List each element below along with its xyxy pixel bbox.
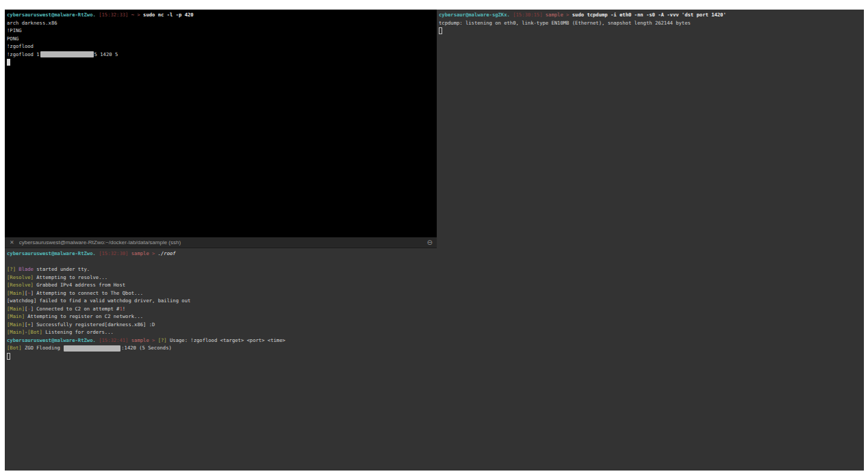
terminal-line: cybersauruswest@malware-RtZwo. [15:32:33… [7,11,435,19]
text-segment: [Main] [7,321,25,328]
terminal-line [439,27,862,35]
pane-title: cybersauruswest@malware-RtZwo:~/docker-l… [19,239,427,246]
terminal-cursor [7,59,10,66]
text-segment: 5 1420 5 [94,51,118,57]
text-segment: [?] [7,266,16,272]
terminal-cursor [7,353,10,360]
text-segment: [Main] [7,313,25,319]
terminal-pane-tcpdump[interactable]: cybersaur@malware-sgZKx. [15:30:15] samp… [437,10,864,471]
terminal-line: !zgoflood 15 1420 5 [7,51,435,59]
text-segment: [Bot] [27,329,42,335]
text-segment: [15:30:15] [513,12,542,18]
text-segment: [?] [158,337,167,343]
text-segment: PONG [7,36,18,42]
text-segment: [15:32:33] [99,12,128,18]
terminal-line: [Bot] ZGO Flooding :1420 (5 Seconds) [7,344,435,352]
text-segment: [Bot] [7,345,22,351]
terminal-line: [watchdog] failed to find a valid watchd… [7,297,435,305]
terminal-line: !zgoflood [7,42,435,51]
text-segment: [15:32:30] [99,250,128,256]
close-icon[interactable]: ✕ [10,239,14,246]
text-segment: ] Successfully registered[darkness.x86] … [31,321,155,328]
terminal-line: PONG [7,35,435,43]
text-segment: ZGO Flooding [22,345,64,351]
terminal-line: cybersaur@malware-sgZKx. [15:30:15] samp… [439,11,862,19]
terminal-cursor [439,27,442,34]
text-segment: [watchdog] failed to find a valid watchd… [7,298,190,304]
text-segment: Attempting to register on C2 network... [25,313,143,319]
terminal-line: arch darkness.x86 [7,19,435,27]
terminal-line: cybersauruswest@malware-RtZwo. [15:32:30… [7,250,435,258]
terminal-line: [?] Blade started under tty. [7,265,435,274]
text-segment: [Resolve] [7,274,34,280]
text-segment: Usage: !zgoflood <target> <port> <time> [167,337,285,343]
terminal-line: [Main]-[Bot] Listening for orders... [7,328,435,336]
terminal-line: tcpdump: listening on eth0, link-type EN… [439,19,862,27]
text-segment: :1420 (5 Seconds) [121,345,172,351]
terminal-line: !PING [7,27,435,35]
text-segment: [15:32:41] [99,337,128,343]
terminal-line [7,58,435,66]
text-segment: !zgoflood 1 [7,51,40,57]
terminal-line [7,258,435,266]
terminal-line: [Main] Attempting to register on C2 netw… [7,313,435,321]
text-segment: [Main] [7,306,25,312]
text-segment: arch darkness.x86 [7,20,58,26]
text-segment: Listening for orders... [42,329,114,335]
text-segment: [Main] [7,290,25,296]
minimize-icon[interactable]: ⊖ [427,239,433,246]
text-segment: !PING [7,27,22,34]
text-segment: started under tty. [34,266,90,272]
text-segment: ! [123,306,125,312]
text-segment: sample [131,250,149,256]
terminal-line: [Main][-] Connected to C2 on attempt #1! [7,305,435,313]
text-segment: [Main] [7,329,25,335]
terminal-line: cybersauruswest@malware-RtZwo. [15:32:41… [7,336,435,345]
text-segment: [Resolve] [7,282,34,288]
terminal-line: [Main][~] Attempting to connect to The Q… [7,289,435,298]
terminal-line: [Resolve] Attempting to resolve... [7,274,435,282]
text-segment: sample [131,337,149,343]
terminal-pane-netcat[interactable]: cybersauruswest@malware-RtZwo. [15:32:33… [5,10,437,237]
redaction-box [40,51,94,57]
text-segment: sudo nc -l -p 420 [143,12,194,18]
text-segment: cybersauruswest@malware-RtZwo. [7,12,96,18]
text-segment: ] Connected to C2 on attempt # [31,306,120,312]
terminal-line [7,352,435,360]
redaction-box [64,345,120,352]
terminal-line: [Resolve] Grabbed IPv4 address from Host [7,281,435,289]
text-segment: cybersauruswest@malware-RtZwo. [7,337,96,343]
terminal-pane-bot[interactable]: cybersauruswest@malware-RtZwo. [15:32:30… [5,248,437,471]
text-segment: Blade [18,266,34,272]
text-segment: cybersaur@malware-sgZKx. [439,12,510,18]
text-segment: tcpdump: listening on eth0, link-type EN… [439,20,691,26]
text-segment: !zgoflood [7,43,34,49]
text-segment: sudo tcpdump -i eth0 -nn -s0 -A -vvv 'ds… [572,12,726,18]
text-segment: ./roof [158,250,176,256]
text-segment: Attempting to resolve... [34,274,107,280]
text-segment: cybersauruswest@malware-RtZwo. [7,250,96,256]
text-segment: ] Attempting to connect to The Qbot... [31,290,143,296]
text-segment: Grabbed IPv4 address from Host [34,282,125,288]
text-segment: sample [546,12,563,18]
terminal-line: [Main][+] Successfully registered[darkne… [7,321,435,329]
pane-title-bar: ✕ cybersauruswest@malware-RtZwo:~/docker… [5,237,437,248]
